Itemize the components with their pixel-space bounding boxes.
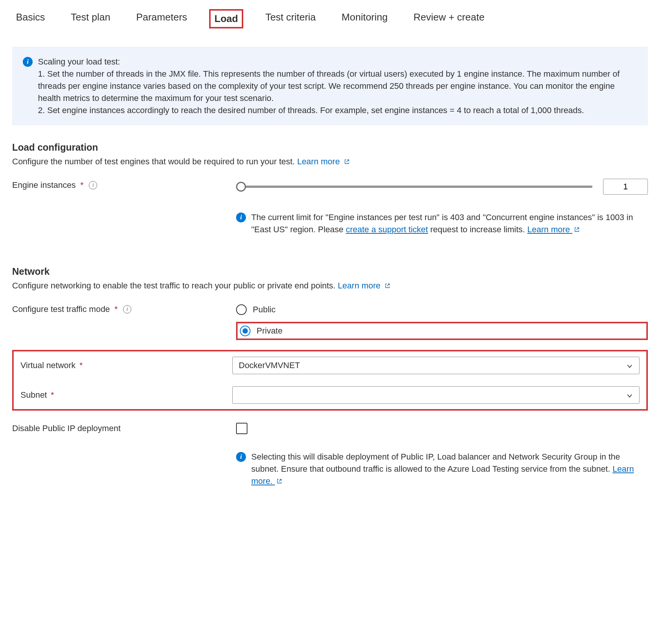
radio-public-label: Public: [253, 305, 276, 315]
radio-circle-icon: [240, 326, 250, 336]
info-hint-icon[interactable]: i: [123, 305, 131, 313]
network-learn-more-text: Learn more: [338, 281, 381, 290]
limits-learn-more-link[interactable]: Learn more: [527, 225, 580, 234]
scaling-info-title: Scaling your load test:: [38, 57, 120, 66]
disable-ip-note-row: i Selecting this will disable deployment…: [12, 451, 648, 487]
load-config-learn-more-link[interactable]: Learn more: [297, 157, 350, 166]
limits-learn-more-text: Learn more: [527, 225, 570, 234]
network-desc-text: Configure networking to enable the test …: [12, 281, 338, 290]
traffic-mode-label-text: Configure test traffic mode: [12, 304, 110, 314]
tab-test-criteria[interactable]: Test criteria: [261, 9, 320, 28]
engine-instances-label-text: Engine instances: [12, 180, 76, 190]
disable-public-ip-checkbox[interactable]: [236, 423, 247, 434]
scaling-info-box: i Scaling your load test: 1. Set the num…: [12, 47, 648, 125]
engine-limit-note-row: i The current limit for "Engine instance…: [12, 211, 648, 236]
tab-bar: Basics Test plan Parameters Load Test cr…: [12, 9, 648, 28]
radio-public[interactable]: Public: [236, 303, 648, 316]
tab-monitoring[interactable]: Monitoring: [338, 9, 391, 28]
virtual-network-select[interactable]: DockerVMVNET: [232, 357, 640, 374]
engine-instances-input[interactable]: [603, 179, 648, 195]
chevron-down-icon: [626, 392, 633, 398]
load-config-learn-more-text: Learn more: [297, 157, 340, 166]
virtual-network-label-text: Virtual network: [20, 361, 76, 370]
virtual-network-label: Virtual network *: [20, 361, 232, 370]
slider-thumb[interactable]: [236, 182, 246, 192]
required-indicator: *: [115, 304, 118, 314]
disable-public-ip-label: Disable Public IP deployment: [12, 424, 236, 433]
subnet-label: Subnet *: [20, 390, 232, 400]
info-hint-icon[interactable]: i: [89, 181, 97, 189]
tab-parameters[interactable]: Parameters: [132, 9, 191, 28]
required-indicator: *: [79, 361, 83, 370]
load-config-desc-text: Configure the number of test engines tha…: [12, 157, 297, 166]
engine-instances-slider[interactable]: [236, 182, 592, 192]
engine-limit-note: The current limit for "Engine instances …: [251, 211, 648, 236]
network-desc: Configure networking to enable the test …: [12, 281, 648, 291]
required-indicator: *: [80, 180, 84, 190]
required-indicator: *: [51, 390, 54, 400]
network-learn-more-link[interactable]: Learn more: [338, 281, 391, 290]
tab-load[interactable]: Load: [209, 9, 243, 28]
engine-instances-label: Engine instances * i: [12, 179, 236, 190]
scaling-info-line1: 1. Set the number of threads in the JMX …: [38, 69, 620, 103]
disable-ip-note-text: Selecting this will disable deployment o…: [251, 452, 620, 474]
disable-ip-note: Selecting this will disable deployment o…: [251, 451, 648, 487]
radio-private[interactable]: Private: [240, 326, 282, 336]
radio-private-label: Private: [257, 326, 282, 336]
external-link-icon: [344, 159, 350, 165]
load-config-desc: Configure the number of test engines tha…: [12, 157, 648, 167]
tab-basics[interactable]: Basics: [12, 9, 49, 28]
limit-text-2: request to increase limits.: [430, 225, 528, 234]
info-icon: i: [23, 57, 33, 67]
chevron-down-icon: [626, 362, 633, 369]
scaling-info-line2: 2. Set engine instances accordingly to r…: [38, 105, 584, 115]
external-link-icon: [574, 227, 580, 233]
subnet-select[interactable]: [232, 386, 640, 404]
traffic-mode-row: Configure test traffic mode * i Public P…: [12, 303, 648, 340]
create-support-ticket-link[interactable]: create a support ticket: [346, 225, 428, 234]
external-link-icon: [384, 283, 391, 289]
traffic-mode-label: Configure test traffic mode * i: [12, 303, 236, 314]
slider-track: [236, 186, 592, 188]
network-title: Network: [12, 266, 648, 277]
radio-circle-icon: [236, 304, 247, 315]
engine-instances-row: Engine instances * i: [12, 179, 648, 195]
tab-test-plan[interactable]: Test plan: [67, 9, 114, 28]
private-highlight-box: Private: [236, 322, 648, 340]
tab-review-create[interactable]: Review + create: [410, 9, 488, 28]
load-config-title: Load configuration: [12, 142, 648, 153]
traffic-mode-radio-group: Public Private: [236, 303, 648, 340]
scaling-info-text: Scaling your load test: 1. Set the numbe…: [38, 56, 637, 116]
virtual-network-row: Virtual network * DockerVMVNET: [20, 357, 640, 374]
radio-dot-icon: [243, 328, 248, 334]
vnet-subnet-highlight-box: Virtual network * DockerVMVNET Subnet *: [12, 350, 648, 411]
virtual-network-value: DockerVMVNET: [239, 361, 300, 370]
info-icon: i: [236, 213, 246, 222]
subnet-label-text: Subnet: [20, 390, 47, 400]
info-icon: i: [236, 452, 246, 462]
subnet-row: Subnet *: [20, 386, 640, 404]
external-link-icon: [276, 478, 282, 484]
disable-public-ip-row: Disable Public IP deployment: [12, 423, 648, 434]
